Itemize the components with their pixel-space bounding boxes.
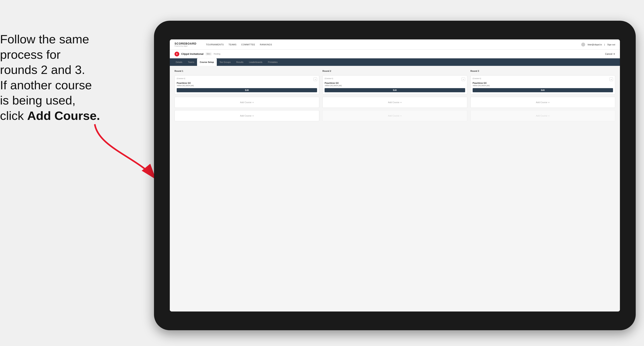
round-3-column: Round 3 (Course A) ○ Peachtree GC Yellow… xyxy=(470,70,615,121)
tab-results[interactable]: Results xyxy=(233,58,246,66)
nav-item-teams[interactable]: TEAMS xyxy=(228,43,236,46)
tab-details[interactable]: Details xyxy=(173,58,185,66)
round-2-add-course-1[interactable]: Add Course + xyxy=(322,97,467,108)
round-1-add-course-2[interactable]: Add Course + xyxy=(174,110,319,121)
round-1-add-course-1[interactable]: Add Course + xyxy=(174,97,319,108)
round-2-column: Round 2 (Course A) ○ Peachtree GC Yellow… xyxy=(322,70,467,121)
tab-tee-groups[interactable]: Tee Groups xyxy=(217,58,234,66)
logo-sub: Powered by clippd xyxy=(174,45,196,47)
gender-badge: Men xyxy=(206,52,212,55)
round-1-add-course-text-2: Add Course + xyxy=(240,114,254,117)
round-3-label: Round 3 xyxy=(470,70,615,72)
round-3-add-course-text-2: Add Course + xyxy=(536,114,550,117)
round-2-add-course-text-1: Add Course + xyxy=(388,101,402,104)
tab-teams[interactable]: Teams xyxy=(185,58,197,66)
round-1-course-name: Peachtree GC xyxy=(177,82,317,84)
sub-header: C Clippd Invitational Men Hosting Cancel… xyxy=(170,50,620,58)
round-2-add-course-2: Add Course + xyxy=(322,110,467,121)
nav-right: blair@clippd.io | Sign out xyxy=(581,43,615,46)
round-2-course-label: (Course A) xyxy=(324,77,333,79)
round-3-add-course-2: Add Course + xyxy=(470,110,615,121)
tablet-device: SCOREBOARD Powered by clippd TOURNAMENTS… xyxy=(154,21,636,330)
round-3-plus-icon-2: + xyxy=(548,114,550,117)
cancel-icon: ✕ xyxy=(613,53,615,55)
tab-course-setup[interactable]: Course Setup xyxy=(197,58,217,66)
round-1-remove-button[interactable]: ○ xyxy=(314,77,317,81)
round-1-course-label: (Course A) xyxy=(177,77,185,79)
instruction-line5: is being used, xyxy=(0,93,76,107)
round-1-course-header: (Course A) ○ xyxy=(177,77,317,81)
rounds-grid: Round 1 (Course A) ○ Peachtree GC Yellow… xyxy=(174,70,615,121)
round-3-course-header: (Course A) ○ xyxy=(473,77,613,81)
logo-title: SCOREBOARD xyxy=(174,42,196,45)
round-2-plus-icon-1: + xyxy=(400,101,402,104)
instruction-line2: process for xyxy=(0,48,60,61)
clippd-logo: C xyxy=(174,52,179,56)
round-2-remove-button[interactable]: ○ xyxy=(462,77,465,81)
sub-header-left: C Clippd Invitational Men Hosting xyxy=(174,52,220,56)
cancel-label: Cancel xyxy=(605,53,612,55)
round-2-course-card: (Course A) ○ Peachtree GC Yellow (M) (66… xyxy=(322,75,467,94)
tab-bar: Details Teams Course Setup Tee Groups Re… xyxy=(170,58,620,66)
round-1-add-course-text-1: Add Course + xyxy=(240,101,254,104)
round-2-course-name: Peachtree GC xyxy=(324,82,465,84)
top-nav: SCOREBOARD Powered by clippd TOURNAMENTS… xyxy=(170,39,620,50)
round-3-plus-icon-1: + xyxy=(548,101,550,104)
main-content: Round 1 (Course A) ○ Peachtree GC Yellow… xyxy=(170,66,620,312)
tab-leaderboards[interactable]: Leaderboards xyxy=(246,58,265,66)
separator: | xyxy=(604,43,605,46)
instruction-line4: If another course xyxy=(0,78,92,92)
user-email: blair@clippd.io xyxy=(588,43,602,46)
instruction-line1: Follow the same xyxy=(0,32,89,46)
round-1-edit-button[interactable]: Edit xyxy=(177,88,317,92)
round-3-add-course-1[interactable]: Add Course + xyxy=(470,97,615,108)
instruction-line3: rounds 2 and 3. xyxy=(0,63,85,76)
sign-out-link[interactable]: Sign out xyxy=(607,43,615,46)
logo-area: SCOREBOARD Powered by clippd xyxy=(174,42,196,47)
nav-item-committee[interactable]: COMMITTEE xyxy=(241,43,255,46)
tab-printables[interactable]: Printables xyxy=(265,58,280,66)
round-1-label: Round 1 xyxy=(174,70,319,72)
hosting-badge: Hosting xyxy=(214,53,220,55)
tablet-screen: SCOREBOARD Powered by clippd TOURNAMENTS… xyxy=(170,39,620,312)
round-3-course-label: (Course A) xyxy=(473,77,481,79)
round-1-course-card: (Course A) ○ Peachtree GC Yellow (M) (66… xyxy=(174,75,319,94)
avatar xyxy=(581,43,585,46)
tournament-name: Clippd Invitational xyxy=(181,52,204,55)
round-3-remove-button[interactable]: ○ xyxy=(610,77,613,81)
round-2-add-course-text-2: Add Course + xyxy=(388,114,402,117)
round-1-plus-icon-2: + xyxy=(252,114,254,117)
round-2-course-details: Yellow (M) (6629 yds) xyxy=(324,85,465,87)
nav-item-tournaments[interactable]: TOURNAMENTS xyxy=(206,43,224,46)
nav-items: TOURNAMENTS TEAMS COMMITTEE RANKINGS xyxy=(206,43,575,46)
round-3-course-card: (Course A) ○ Peachtree GC Yellow (M) (66… xyxy=(470,75,615,94)
round-1-column: Round 1 (Course A) ○ Peachtree GC Yellow… xyxy=(174,70,319,121)
round-3-course-details: Yellow (M) (6629 yds) xyxy=(473,85,613,87)
instruction-panel: Follow the same process for rounds 2 and… xyxy=(0,31,122,123)
round-2-course-header: (Course A) ○ xyxy=(324,77,465,81)
round-1-course-details: Yellow (M) (6629 yds) xyxy=(177,85,317,87)
round-3-course-name: Peachtree GC xyxy=(473,82,613,84)
round-3-edit-button[interactable]: Edit xyxy=(473,88,613,92)
cancel-button[interactable]: Cancel ✕ xyxy=(605,53,615,55)
round-2-label: Round 2 xyxy=(322,70,467,72)
round-1-plus-icon-1: + xyxy=(252,101,254,104)
round-2-plus-icon-2: + xyxy=(400,114,402,117)
nav-item-rankings[interactable]: RANKINGS xyxy=(260,43,272,46)
round-2-edit-button[interactable]: Edit xyxy=(324,88,465,92)
instruction-line6: click xyxy=(0,109,27,122)
round-3-add-course-text-1: Add Course + xyxy=(536,101,550,104)
